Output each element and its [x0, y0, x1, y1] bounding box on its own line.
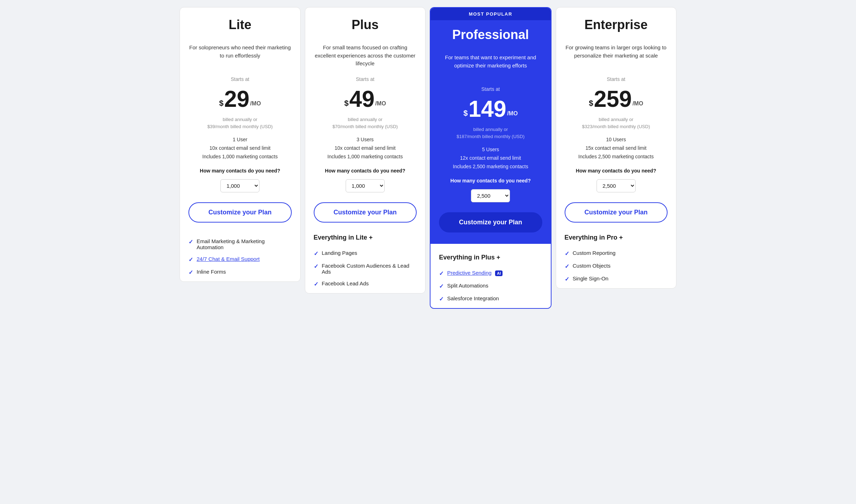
contacts-select[interactable]: 2,5005,00010,00025,000: [471, 189, 510, 202]
everything-label: Everything in Pro +: [565, 234, 668, 241]
contacts-label: How many contacts do you need?: [188, 168, 292, 174]
contacts-select[interactable]: 1,0002,5005,00010,000: [346, 179, 385, 192]
plan-header: Plus: [305, 7, 426, 38]
features-list: ✓ Landing Pages ✓ Facebook Custom Audien…: [314, 250, 417, 287]
plan-features-body: Everything in Plus + ✓ Predictive Sendin…: [430, 244, 551, 308]
check-icon: ✓: [439, 283, 444, 290]
plan-meta: 1 User10x contact email send limitInclud…: [188, 136, 292, 161]
contacts-select-wrap: 1,0002,5005,00010,000: [314, 179, 417, 192]
feature-item: ✓ Predictive Sending AI: [439, 270, 542, 277]
feature-text: Inline Forms: [197, 269, 226, 275]
customize-button[interactable]: Customize your Plan: [439, 212, 542, 232]
price-row: $ 29 /MO: [188, 88, 292, 110]
plan-header: Enterprise: [556, 7, 676, 38]
features-list: ✓ Custom Reporting ✓ Custom Objects: [565, 250, 668, 283]
price-amount: 49: [349, 88, 374, 110]
plan-meta: 5 Users12x contact email send limitInclu…: [439, 146, 542, 171]
price-per: /MO: [250, 97, 261, 110]
check-icon: ✓: [188, 269, 193, 276]
features-list: ✓ Predictive Sending AI ✓ Split Automati…: [439, 270, 542, 302]
price-amount: 29: [224, 88, 249, 110]
plan-card-enterprise: Enterprise For growing teams in larger o…: [556, 7, 677, 289]
starts-at: Starts at: [188, 76, 292, 82]
feature-item: ✓ Inline Forms: [188, 269, 292, 276]
price-dollar: $: [219, 96, 223, 110]
billed-info: billed annually or$70/month billed month…: [314, 116, 417, 130]
contacts-select-wrap: 2,5005,00010,00025,000: [565, 179, 668, 192]
customize-button[interactable]: Customize your Plan: [188, 202, 292, 223]
feature-item: ✓ Facebook Lead Ads: [314, 280, 417, 287]
plan-card-plus: Plus For small teams focused on crafting…: [305, 7, 426, 294]
contacts-select[interactable]: 2,5005,00010,00025,000: [597, 179, 636, 192]
feature-link[interactable]: Predictive Sending: [447, 270, 492, 276]
ai-badge: AI: [495, 270, 503, 276]
feature-item: ✓ Custom Objects: [565, 263, 668, 270]
plan-name: Lite: [186, 17, 295, 32]
plan-body-top: For teams that want to experiment and op…: [430, 48, 551, 244]
price-per: /MO: [375, 97, 386, 110]
feature-text: Salesforce Integration: [447, 295, 499, 301]
billed-info: billed annually or$187/month billed mont…: [439, 126, 542, 140]
plan-body: For small teams focused on crafting exce…: [305, 38, 426, 293]
price-per: /MO: [507, 107, 518, 120]
contacts-label: How many contacts do you need?: [439, 178, 542, 183]
plan-name: Enterprise: [562, 17, 671, 32]
feature-text: Facebook Lead Ads: [322, 280, 369, 286]
feature-text: Predictive Sending AI: [447, 270, 503, 276]
popular-banner: MOST POPULAR: [430, 8, 551, 20]
price-dollar: $: [344, 96, 349, 110]
feature-text: Single Sign-On: [573, 275, 609, 281]
check-icon: ✓: [565, 263, 569, 270]
feature-text: Custom Reporting: [573, 250, 616, 256]
customize-button[interactable]: Customize your Plan: [565, 202, 668, 223]
everything-label: Everything in Lite +: [314, 234, 417, 241]
feature-text: Custom Objects: [573, 263, 611, 269]
check-icon: ✓: [314, 263, 318, 270]
billed-info: billed annually or$323/month billed mont…: [565, 116, 668, 130]
price-row: $ 149 /MO: [439, 98, 542, 120]
feature-text: 24/7 Chat & Email Support: [197, 256, 260, 262]
feature-text: Facebook Custom Audiences & Lead Ads: [322, 263, 417, 275]
check-icon: ✓: [439, 270, 444, 277]
plan-meta: 10 Users15x contact email send limitIncl…: [565, 136, 668, 161]
price-row: $ 49 /MO: [314, 88, 417, 110]
plan-description: For small teams focused on crafting exce…: [314, 44, 417, 69]
price-amount: 149: [468, 98, 506, 120]
plan-header: Professional: [430, 20, 551, 48]
contacts-select[interactable]: 1,0002,5005,00010,000: [220, 179, 259, 192]
plan-meta: 3 Users10x contact email send limitInclu…: [314, 136, 417, 161]
plan-card-lite: Lite For solopreneurs who need their mar…: [180, 7, 301, 282]
plan-body: For solopreneurs who need their marketin…: [180, 38, 300, 281]
check-icon: ✓: [314, 250, 318, 257]
feature-item: ✓ 24/7 Chat & Email Support: [188, 256, 292, 263]
contacts-label: How many contacts do you need?: [565, 168, 668, 174]
feature-item: ✓ Facebook Custom Audiences & Lead Ads: [314, 263, 417, 275]
plan-description: For teams that want to experiment and op…: [439, 54, 542, 79]
feature-item: ✓ Split Automations: [439, 283, 542, 290]
customize-button[interactable]: Customize your Plan: [314, 202, 417, 223]
feature-text: Landing Pages: [322, 250, 357, 256]
check-icon: ✓: [565, 250, 569, 257]
feature-link[interactable]: 24/7 Chat & Email Support: [197, 256, 260, 262]
check-icon: ✓: [565, 276, 569, 283]
check-icon: ✓: [188, 239, 193, 245]
check-icon: ✓: [188, 256, 193, 263]
check-icon: ✓: [314, 281, 318, 287]
feature-text: Email Marketing & Marketing Automation: [197, 238, 292, 250]
price-row: $ 259 /MO: [565, 88, 668, 110]
feature-item: ✓ Single Sign-On: [565, 275, 668, 283]
plan-card-professional: MOST POPULAR Professional For teams that…: [430, 7, 552, 309]
contacts-select-wrap: 2,5005,00010,00025,000: [439, 189, 542, 202]
feature-item: ✓ Landing Pages: [314, 250, 417, 257]
features-list: ✓ Email Marketing & Marketing Automation…: [188, 238, 292, 276]
plan-description: For solopreneurs who need their marketin…: [188, 44, 292, 69]
contacts-label: How many contacts do you need?: [314, 168, 417, 174]
plan-description: For growing teams in larger orgs looking…: [565, 44, 668, 69]
plan-body: For growing teams in larger orgs looking…: [556, 38, 676, 288]
starts-at: Starts at: [565, 76, 668, 82]
pricing-container: Lite For solopreneurs who need their mar…: [180, 7, 676, 309]
starts-at: Starts at: [314, 76, 417, 82]
starts-at: Starts at: [439, 86, 542, 92]
price-amount: 259: [594, 88, 632, 110]
feature-item: ✓ Salesforce Integration: [439, 295, 542, 302]
